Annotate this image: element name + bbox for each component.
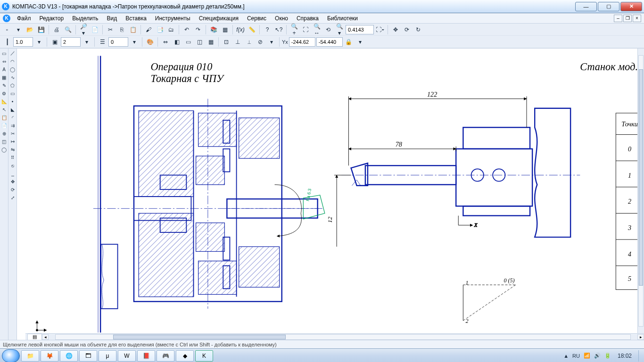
task-folder[interactable]: 📁	[21, 350, 39, 362]
vtool-mirror-icon[interactable]: ⇋	[9, 146, 17, 153]
vtool-geometry-icon[interactable]: ▭	[0, 49, 8, 57]
close-button[interactable]: ✕	[620, 2, 642, 11]
vtool-hatch-icon[interactable]: ▦	[0, 74, 8, 81]
find-button[interactable]: 🔎▾	[78, 25, 89, 35]
preview-button[interactable]: 🔍	[63, 25, 73, 35]
zoom-window-button[interactable]: ⛶	[300, 25, 311, 35]
vtool-scale-icon[interactable]: ⤢	[9, 194, 17, 201]
vtool-param-icon[interactable]: ⚙	[0, 90, 8, 97]
vtool-edit-icon[interactable]: ✎	[0, 82, 8, 89]
start-button[interactable]	[2, 349, 20, 362]
zoom-list-button[interactable]: 🔍▾	[334, 25, 345, 35]
vtool-poly-icon[interactable]: ⬠	[9, 82, 17, 89]
vtool-select-icon[interactable]: ↖	[0, 106, 8, 113]
coord-dd-button[interactable]: ▾	[355, 37, 365, 47]
menu-select[interactable]: Выделить	[68, 14, 102, 23]
coord-y-input[interactable]	[316, 37, 343, 47]
snap-tan-icon[interactable]: ⊘	[255, 37, 265, 47]
zoom-input[interactable]	[346, 25, 374, 34]
vtool-report-icon[interactable]: 📄	[0, 122, 8, 129]
vtool-extend-icon[interactable]: ↦	[9, 138, 17, 145]
shape3-icon[interactable]: ◫	[194, 37, 205, 47]
coord-lock-button[interactable]: 🔒	[344, 37, 354, 47]
vscrollbar[interactable]	[637, 49, 644, 333]
menu-libraries[interactable]: Библиотеки	[323, 14, 362, 23]
mdi-minimize[interactable]: –	[614, 15, 622, 22]
menu-insert[interactable]: Вставка	[122, 14, 150, 23]
rotate-button[interactable]: ⟳	[402, 25, 412, 35]
style-input[interactable]	[108, 37, 128, 47]
vtool-arc-icon[interactable]: ◠	[9, 58, 17, 65]
hscrollbar[interactable]: ▤ ◂ ▸	[25, 333, 644, 340]
menu-window[interactable]: Окно	[271, 14, 292, 23]
task-calc[interactable]: 🗔	[79, 350, 97, 362]
shape2-icon[interactable]: ▭	[183, 37, 193, 47]
layer-icon[interactable]: ▣	[50, 37, 60, 47]
hscroll-thumb[interactable]	[113, 335, 286, 339]
menu-tools[interactable]: Инструменты	[151, 14, 194, 23]
layer-input[interactable]	[61, 37, 81, 47]
ruler-button[interactable]: 📏	[247, 25, 257, 35]
vtool-spline-icon[interactable]: ∿	[9, 74, 17, 81]
new-dd-button[interactable]: ▾	[13, 25, 24, 35]
vtool-insert-icon[interactable]: ⊕	[0, 130, 8, 137]
new-button[interactable]: ▫	[2, 25, 12, 35]
vtool-measure-icon[interactable]: 📐	[0, 98, 8, 105]
print-button[interactable]: 🖨	[51, 25, 62, 35]
task-word[interactable]: W	[118, 350, 136, 362]
pan-button[interactable]: ✥	[390, 25, 401, 35]
library-button[interactable]: 📚	[208, 25, 219, 35]
stack-button[interactable]: ▦	[220, 25, 230, 35]
hscroll-left[interactable]: ◂	[42, 334, 49, 340]
hscroll-right[interactable]: ▸	[637, 334, 644, 340]
linewidth-input[interactable]	[13, 37, 33, 47]
tray-net-icon[interactable]: 📶	[584, 353, 590, 359]
zoom-prev-button[interactable]: ⟲	[323, 25, 333, 35]
linewidth-icon[interactable]: ┃	[2, 37, 12, 47]
tray-sound-icon[interactable]: 🔊	[594, 353, 601, 359]
minimize-button[interactable]: —	[575, 2, 597, 11]
menu-service[interactable]: Сервис	[243, 14, 270, 23]
tray-battery-icon[interactable]: 🔋	[604, 353, 611, 359]
snap-mid-icon[interactable]: ⊥	[232, 37, 243, 47]
show-desktop-button[interactable]	[638, 350, 642, 362]
task-app1[interactable]: ◆	[176, 350, 194, 362]
layer-dd[interactable]: ▾	[82, 37, 92, 47]
props-button[interactable]: 📄	[90, 25, 100, 35]
task-browser1[interactable]: 🦊	[41, 350, 58, 362]
vtool-fillet-icon[interactable]: ◜	[9, 114, 17, 121]
tray-lang[interactable]: RU	[572, 353, 580, 359]
zoom-in-button[interactable]: 🔍+	[289, 25, 299, 35]
layers-button[interactable]: 📑	[155, 25, 165, 35]
maximize-button[interactable]: ▢	[598, 2, 619, 11]
style-dd[interactable]: ▾	[129, 37, 140, 47]
whatsthis-button[interactable]: ↖?	[273, 25, 284, 35]
vtool-rotate2-icon[interactable]: ⟳	[9, 186, 17, 193]
menu-spec[interactable]: Спецификация	[195, 14, 242, 23]
vtool-break-icon[interactable]: ⎋	[9, 162, 17, 169]
vtool-spec-icon[interactable]: 📋	[0, 114, 8, 121]
vscroll-thumb[interactable]	[639, 69, 643, 286]
cut-button[interactable]: ✂	[105, 25, 116, 35]
snap-dd-icon[interactable]: ▾	[266, 37, 277, 47]
undo-button[interactable]: ↶	[182, 25, 192, 35]
menu-view[interactable]: Вид	[103, 14, 121, 23]
vtool-dim-icon[interactable]: ⇔	[0, 58, 8, 65]
style-icon[interactable]: ☰	[97, 37, 107, 47]
zoom-dyn-button[interactable]: 🔍↔	[312, 25, 322, 35]
sheet-tab[interactable]: ▤	[27, 334, 42, 340]
menu-file[interactable]: Файл	[13, 14, 35, 23]
linewidth-dd[interactable]: ▾	[34, 37, 44, 47]
task-game[interactable]: 🎮	[157, 350, 174, 362]
task-browser2[interactable]: 🌐	[60, 350, 78, 362]
redo-button[interactable]: ↷	[193, 25, 203, 35]
task-kompas[interactable]: K	[195, 350, 213, 362]
coord-x-input[interactable]	[289, 37, 315, 47]
vtool-circle-icon[interactable]: ◯	[9, 66, 17, 73]
vtool-views-icon[interactable]: ◫	[0, 138, 8, 145]
snap-end-icon[interactable]: ⊡	[221, 37, 231, 47]
vtool-line-icon[interactable]: ／	[9, 49, 17, 57]
fx-button[interactable]: f(x)	[235, 25, 246, 35]
menu-editor[interactable]: Редактор	[36, 14, 68, 23]
task-torrent[interactable]: μ	[99, 350, 116, 362]
